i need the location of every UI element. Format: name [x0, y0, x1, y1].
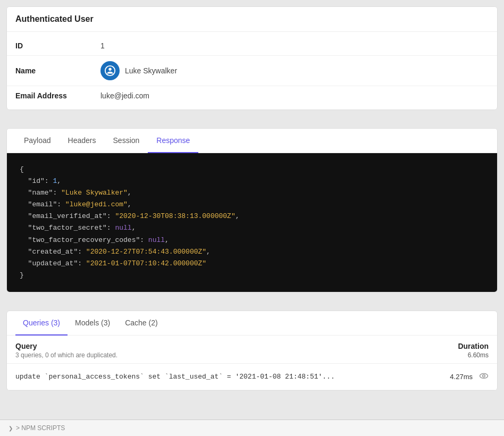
info-row-name: Name Luke Skywalker — [7, 56, 497, 86]
info-row-id: ID 1 — [7, 36, 497, 56]
tab-models[interactable]: Models (3) — [68, 311, 117, 336]
card-title: Authenticated User — [7, 7, 497, 32]
spacer-2 — [0, 299, 504, 304]
svg-point-1 — [480, 373, 488, 378]
duration-column-label: Duration — [458, 342, 489, 350]
response-tabs-header: Payload Headers Session Response — [7, 129, 497, 153]
tab-cache[interactable]: Cache (2) — [117, 311, 165, 336]
query-sub-label: 3 queries, 0 of which are duplicated. — [15, 351, 117, 359]
query-column-label: Query — [15, 342, 117, 350]
eye-icon[interactable] — [479, 371, 489, 382]
queries-tabs-header: Queries (3) Models (3) Cache (2) — [7, 311, 497, 336]
queries-summary-right: Duration 6.60ms — [458, 342, 489, 359]
name-value: Luke Skywalker — [100, 61, 177, 80]
avatar — [100, 61, 120, 80]
tab-headers[interactable]: Headers — [60, 129, 105, 153]
queries-summary-left: Query 3 queries, 0 of which are duplicat… — [15, 342, 117, 359]
queries-summary: Query 3 queries, 0 of which are duplicat… — [7, 336, 497, 364]
duration-value: 6.60ms — [458, 351, 489, 359]
query-text: update `personal_access_tokens` set `las… — [15, 373, 439, 381]
spacer — [0, 116, 504, 122]
info-row-email: Email Address luke@jedi.com — [7, 86, 497, 105]
tab-session[interactable]: Session — [105, 129, 148, 153]
authenticated-user-card: Authenticated User ID 1 Name Luke Skywal… — [6, 6, 498, 110]
query-duration: 4.27ms — [450, 373, 473, 381]
email-label: Email Address — [15, 91, 100, 100]
tab-response[interactable]: Response — [148, 129, 198, 153]
id-label: ID — [15, 41, 100, 50]
email-value: luke@jedi.com — [100, 91, 149, 100]
tab-queries[interactable]: Queries (3) — [15, 311, 68, 336]
name-label: Name — [15, 66, 100, 75]
queries-card: Queries (3) Models (3) Cache (2) Query 3… — [6, 311, 498, 391]
id-value: 1 — [100, 41, 105, 50]
response-tabs-card: Payload Headers Session Response { "id":… — [6, 128, 498, 292]
name-text: Luke Skywalker — [125, 66, 177, 75]
info-table: ID 1 Name Luke Skywalker Email Address l… — [7, 32, 497, 110]
tab-payload[interactable]: Payload — [15, 129, 60, 153]
svg-point-2 — [483, 375, 485, 378]
code-block: { "id": 1, "name": "Luke Skywalker", "em… — [7, 153, 497, 292]
query-row: update `personal_access_tokens` set `las… — [7, 364, 497, 390]
